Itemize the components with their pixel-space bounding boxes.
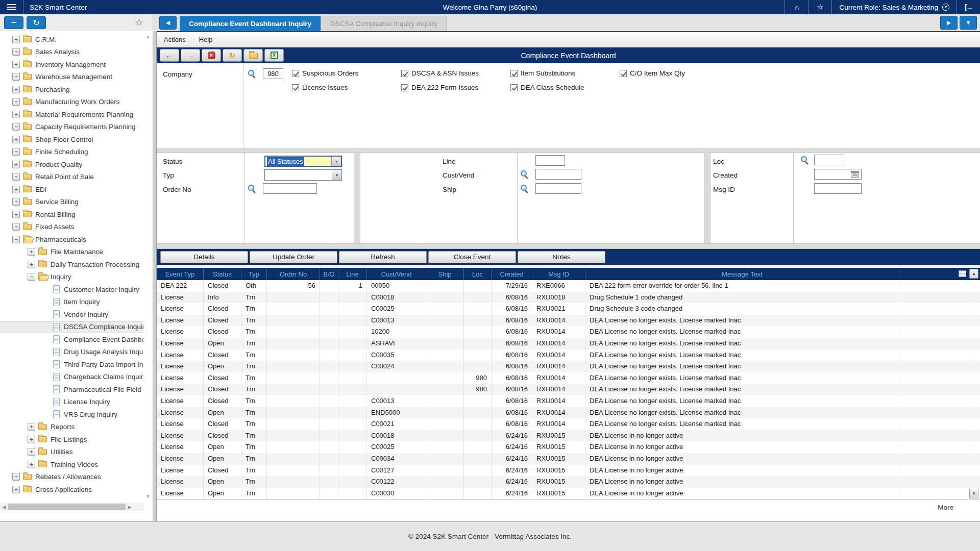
checkbox-checked-icon[interactable] (401, 84, 408, 91)
expand-plus-icon[interactable]: + (12, 173, 20, 181)
sidebar-item-fixed-assets[interactable]: +Fixed Assets (0, 221, 143, 234)
expand-plus-icon[interactable]: + (12, 36, 20, 43)
column-header-loc[interactable]: Loc (464, 268, 492, 280)
checkbox-checked-icon[interactable] (510, 70, 518, 77)
table-row[interactable]: DEA 222ClosedOth561000507/29/16RXE0066DE… (157, 280, 980, 292)
sidebar-item-file-listings[interactable]: +File Listings (0, 433, 143, 446)
forward-button[interactable]: → (181, 49, 200, 62)
table-row[interactable]: LicenseOpenTrnC000346/24/16RXU0015DEA Li… (157, 453, 980, 465)
current-role-selector[interactable]: Current Role: Sales & Marketing ▾ (831, 0, 957, 14)
sidebar-item-file-maintenance[interactable]: +File Maintenance (0, 246, 143, 259)
table-row[interactable]: LicenseClosedTrn102006/08/16RXU0014DEA L… (157, 326, 980, 338)
column-header-status[interactable]: Status (204, 268, 241, 280)
column-header-typ[interactable]: Typ (241, 268, 267, 280)
table-row[interactable]: LicenseClosedTrnC000216/08/16RXU0014DEA … (157, 418, 980, 430)
tree-horizontal-scrollbar[interactable]: ◀ ▶ (0, 503, 144, 511)
company-search-icon[interactable] (248, 69, 256, 78)
status-dropdown[interactable]: All Statuses ▼ (264, 156, 342, 167)
collapse-tree-button[interactable]: − (4, 16, 23, 29)
checkbox-checked-icon[interactable] (620, 70, 627, 77)
sidebar-item-rebates-allowances[interactable]: +Rebates / Allowances (0, 471, 143, 484)
table-row[interactable]: LicenseOpenTrnC000246/08/16RXU0014DEA Li… (157, 361, 980, 372)
sidebar-item-third-party-data-import-inquiry[interactable]: Third Party Data Import Inquiry (0, 358, 143, 371)
sidebar-item-drug-usage-analysis-inquiry[interactable]: Drug Usage Analysis Inquiry (0, 346, 143, 359)
expand-plus-icon[interactable]: + (12, 161, 20, 168)
checkbox-suspicious-orders[interactable]: Suspicious Orders (292, 69, 358, 77)
sidebar-item-product-quality[interactable]: +Product Quality (0, 158, 143, 171)
table-row[interactable]: LicenseClosedTrnC001276/24/16RXU0015DEA … (157, 465, 980, 477)
loc-search-icon[interactable] (800, 156, 809, 164)
sidebar-item-material-requirements-planning[interactable]: +Material Requirements Planning (0, 108, 143, 121)
back-button[interactable]: ← (160, 49, 179, 62)
close-event-button[interactable]: Close Event (428, 251, 516, 263)
expand-plus-icon[interactable]: + (12, 186, 20, 193)
column-header-b-o[interactable]: B/O (320, 268, 338, 280)
more-link[interactable]: More (938, 504, 953, 511)
sidebar-item-item-inquiry[interactable]: Item Inquiry (0, 296, 143, 309)
checkbox-license-issues[interactable]: License Issues (292, 84, 348, 91)
loc-input[interactable] (814, 155, 843, 165)
refresh-button[interactable]: ↻ (223, 49, 242, 62)
sidebar-item-customer-master-inquiry[interactable]: Customer Master Inquiry (0, 283, 143, 296)
sidebar-item-reports[interactable]: +Reports (0, 421, 143, 434)
sidebar-item-c-r-m[interactable]: +C.R.M. (0, 33, 143, 46)
cust-vend-input[interactable] (535, 169, 581, 180)
sidebar-item-edi[interactable]: +EDI (0, 183, 143, 196)
sidebar-item-pharmaceutical-file-field-chan[interactable]: Pharmaceutical File Field Chan (0, 383, 143, 396)
collapse-minus-icon[interactable]: − (12, 236, 20, 243)
column-header-cust-vend[interactable]: Cust/Vend (367, 268, 426, 280)
expand-plus-icon[interactable]: + (12, 98, 20, 106)
notes-button[interactable]: Notes (518, 251, 605, 263)
update-order-button[interactable]: Update Order (250, 251, 337, 263)
table-row[interactable]: LicenseClosedTrnC000356/08/16RXU0014DEA … (157, 349, 980, 361)
expand-plus-icon[interactable]: + (12, 123, 20, 131)
expand-plus-icon[interactable]: + (12, 73, 20, 81)
sidebar-item-purchasing[interactable]: +Purchasing (0, 83, 143, 96)
tab-scroll-left-button[interactable]: ◀ (159, 16, 177, 30)
table-row[interactable]: LicenseOpenTrnC000306/24/16RXU0015DEA Li… (157, 488, 980, 499)
sidebar-item-shop-floor-control[interactable]: +Shop Floor Control (0, 133, 143, 146)
refresh-tree-button[interactable]: ↻ (27, 16, 46, 29)
menu-help[interactable]: Help (199, 36, 213, 43)
open-folder-button[interactable] (243, 49, 263, 62)
hscroll-right-icon[interactable]: ▶ (126, 505, 134, 510)
grid-options-icon[interactable] (959, 270, 966, 277)
checkbox-checked-icon[interactable] (292, 84, 299, 91)
expand-plus-icon[interactable]: + (12, 61, 20, 68)
checkbox-item-substitutions[interactable]: Item Substitutions (510, 69, 575, 77)
sidebar-item-compliance-event-dashboard[interactable]: Compliance Event Dashboard (0, 333, 143, 346)
column-header-message-text[interactable]: Message Text (585, 268, 899, 280)
ship-input[interactable] (535, 183, 581, 194)
table-row[interactable]: LicenseClosedTrn9806/08/16RXU0014DEA Lic… (157, 384, 980, 395)
line-input[interactable] (535, 155, 565, 166)
grid-scroll-down-button[interactable]: ▼ (969, 489, 978, 498)
checkbox-checked-icon[interactable] (401, 70, 408, 77)
sidebar-item-manufacturing-work-orders[interactable]: +Manufacturing Work Orders (0, 96, 143, 109)
ship-search-icon[interactable] (520, 184, 529, 193)
hscroll-thumb[interactable] (8, 504, 126, 510)
checkbox-checked-icon[interactable] (292, 70, 299, 77)
sidebar-item-license-inquiry[interactable]: License Inquiry (0, 396, 143, 409)
checkbox-dea-class-schedule[interactable]: DEA Class Schedule (510, 84, 584, 91)
dropdown-arrow-icon[interactable]: ▼ (332, 170, 341, 180)
sidebar-item-pharmaceuticals[interactable]: −Pharmaceuticals (0, 233, 143, 246)
tab-scroll-right-button[interactable]: ▶ (940, 16, 958, 30)
expand-plus-icon[interactable]: + (12, 198, 20, 206)
excel-export-button[interactable]: X (264, 49, 284, 62)
expand-plus-icon[interactable]: + (12, 48, 20, 56)
checkbox-checked-icon[interactable] (510, 84, 518, 91)
sidebar-item-inquiry[interactable]: −Inquiry (0, 271, 143, 284)
sidebar-item-daily-transaction-processing[interactable]: +Daily Transaction Processing (0, 258, 143, 271)
table-row[interactable]: LicenseOpenTrnASHAVI6/08/16RXU0014DEA Li… (157, 338, 980, 349)
favorites-button[interactable]: ☆ (808, 0, 831, 14)
expand-plus-icon[interactable]: + (12, 473, 20, 481)
tab-compliance-event-dashboard-inquiry[interactable]: Compliance Event Dashboard Inquiry (180, 16, 321, 31)
sidebar-item-dscsa-compliance-inquiry[interactable]: DSCSA Compliance Inquiry (0, 321, 143, 334)
column-header-event-typ[interactable]: Event Typ (157, 268, 204, 280)
sidebar-item-finite-scheduling[interactable]: +Finite Scheduling (0, 146, 143, 159)
sidebar-item-utilities[interactable]: +Utilities (0, 446, 143, 459)
checkbox-dea-222-form-issues[interactable]: DEA 222 Form Issues (401, 84, 478, 91)
sidebar-item-cross-applications[interactable]: +Cross Applications (0, 483, 143, 496)
sidebar-item-rental-billing[interactable]: +Rental Billing (0, 208, 143, 221)
expand-plus-icon[interactable]: + (12, 148, 20, 156)
